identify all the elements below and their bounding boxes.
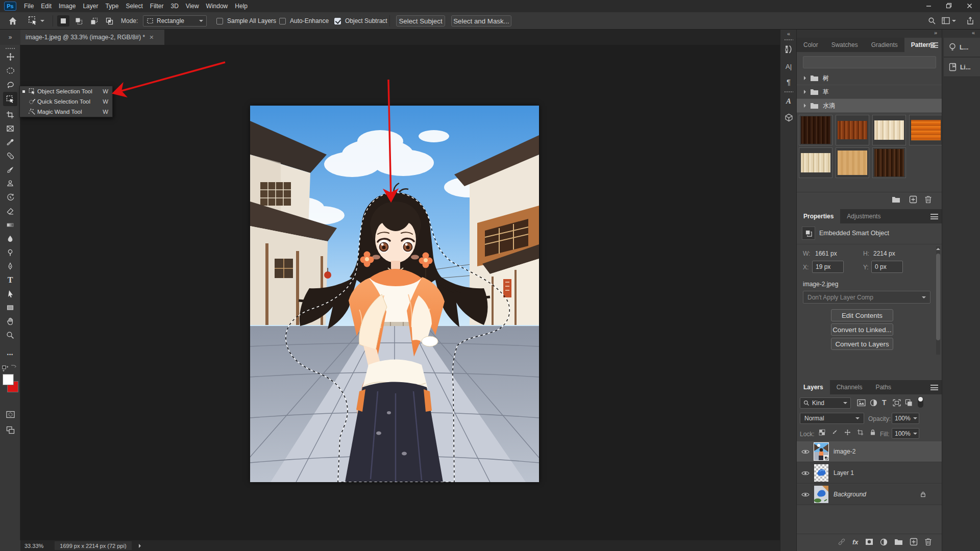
zoom-level[interactable]: 33.33% [24,543,43,549]
checkbox-unchecked[interactable] [216,18,223,24]
tab-adjustments[interactable]: Adjustments [840,209,887,223]
new-pattern-icon[interactable] [909,195,917,204]
pattern-swatch-red-brown[interactable] [836,115,869,145]
layer-filter-kind-dropdown[interactable]: Kind [800,397,851,409]
y-input[interactable]: 0 px [871,261,903,273]
convert-to-linked-button[interactable]: Convert to Linked... [831,323,893,336]
menu-help[interactable]: Help [231,0,251,12]
tab-paths[interactable]: Paths [869,380,898,394]
new-adjustment-layer-icon[interactable] [880,538,888,546]
link-layers-icon[interactable] [838,538,846,546]
pattern-swatch-tan[interactable] [836,147,869,178]
tab-layers[interactable]: Layers [797,380,830,394]
character-panel-icon[interactable]: A| [780,59,797,73]
lock-all-icon[interactable] [868,429,877,436]
visibility-eye-icon[interactable] [797,449,814,455]
layer-comp-dropdown[interactable]: Don't Apply Layer Comp [803,291,930,304]
close-tab-icon[interactable]: ✕ [149,34,154,41]
document-tab[interactable]: image-1.jpeg @ 33.3% (image-2, RGB/8#) *… [20,30,164,45]
flyout-magic-wand-tool[interactable]: Magic Wand Tool W [20,107,112,117]
layer-thumbnail[interactable] [814,443,828,460]
checkbox-unchecked[interactable] [279,18,286,24]
lock-pixels-icon[interactable] [830,429,839,436]
brushes-panel-icon[interactable] [780,42,797,56]
history-brush-tool[interactable] [3,191,17,204]
clone-stamp-tool[interactable] [3,177,17,190]
new-group-icon[interactable] [894,538,903,545]
object-selection-tool[interactable] [3,92,17,106]
tab-swatches[interactable]: Swatches [825,38,865,52]
restore-button[interactable] [939,0,959,11]
zoom-tool[interactable] [3,329,17,341]
add-to-selection-icon[interactable] [72,15,85,27]
pattern-folder-tree[interactable]: 树 [797,71,942,85]
crop-tool[interactable] [3,108,17,121]
frame-tool[interactable] [3,122,17,135]
filter-shape-layers-icon[interactable] [893,399,901,407]
canvas-area[interactable] [20,45,780,540]
select-and-mask-button[interactable]: Select and Mask... [451,15,511,27]
move-tool[interactable] [3,51,17,63]
delete-layer-trash-icon[interactable] [924,538,932,546]
add-layer-mask-icon[interactable] [865,538,873,545]
panel-menu-icon[interactable] [930,42,938,48]
layer-style-fx-icon[interactable]: fx [852,538,859,546]
layer-row-image-2[interactable]: image-2 [797,441,942,462]
flyout-object-selection-tool[interactable]: Object Selection Tool W [20,86,112,96]
flyout-quick-selection-tool[interactable]: Quick Selection Tool W [20,96,112,107]
close-window-button[interactable] [960,0,979,11]
sample-all-layers-checkbox[interactable]: Sample All Layers [216,17,276,24]
paragraph-panel-icon[interactable]: ¶ [780,74,797,89]
type-tool[interactable]: T [3,273,17,286]
blend-mode-dropdown[interactable]: Normal [800,413,864,424]
auto-enhance-checkbox[interactable]: Auto-Enhance [279,17,329,24]
menu-layer[interactable]: Layer [79,0,102,12]
tab-gradients[interactable]: Gradients [865,38,904,52]
menu-window[interactable]: Window [203,0,232,12]
healing-brush-tool[interactable] [3,149,17,162]
new-selection-icon[interactable] [57,15,69,27]
visibility-eye-icon[interactable] [797,492,814,497]
chevron-right-icon[interactable] [804,104,806,108]
tab-channels[interactable]: Channels [830,380,869,394]
tab-color[interactable]: Color [797,38,825,52]
share-icon[interactable] [966,16,974,25]
layer-filter-toggle[interactable] [918,396,923,408]
checkbox-checked[interactable] [334,18,341,24]
menu-select[interactable]: Select [122,0,146,12]
glyphs-panel-icon[interactable]: A [780,94,797,108]
menu-edit[interactable]: Edit [37,0,55,12]
layer-thumbnail[interactable] [814,464,828,482]
menu-filter[interactable]: Filter [146,0,167,12]
pattern-swatch-dark-walnut[interactable] [799,115,832,145]
subtract-from-selection-icon[interactable] [88,15,100,27]
x-input[interactable]: 19 px [812,261,844,273]
gradient-tool[interactable] [3,218,17,231]
pattern-folder-waterdrop-selected[interactable]: 水滴 [797,99,942,113]
rectangle-shape-tool[interactable] [3,301,17,314]
layer-row-background[interactable]: Background [797,484,942,505]
delete-pattern-trash-icon[interactable] [924,195,932,204]
select-subject-button[interactable]: Select Subject [396,15,445,27]
minimize-button[interactable] [919,0,938,11]
libraries-panel-button[interactable]: Li... [944,58,980,77]
edit-contents-button[interactable]: Edit Contents [831,309,893,321]
collapse-panels-icon[interactable]: « [780,30,797,38]
menu-file[interactable]: File [20,0,37,12]
blur-tool[interactable] [3,232,17,245]
new-pattern-group-icon[interactable] [892,196,900,203]
pattern-folder-grass[interactable]: 草 [797,85,942,99]
screen-mode-icon[interactable] [3,423,17,436]
3d-panel-icon[interactable] [780,110,797,124]
convert-to-layers-button[interactable]: Convert to Layers [831,338,893,350]
new-layer-icon[interactable] [910,538,918,546]
collapse-panel-group-icon[interactable]: » [934,30,937,36]
edit-toolbar-ellipsis-icon[interactable]: ••• [3,348,17,361]
toolbar-expand-button[interactable]: » [0,30,20,45]
layer-row-layer-1[interactable]: Layer 1 [797,463,942,484]
pattern-search-field[interactable] [803,56,936,68]
eraser-tool[interactable] [3,205,17,217]
menu-view[interactable]: View [182,0,203,12]
menu-type[interactable]: Type [102,0,122,12]
hand-tool[interactable] [3,315,17,328]
